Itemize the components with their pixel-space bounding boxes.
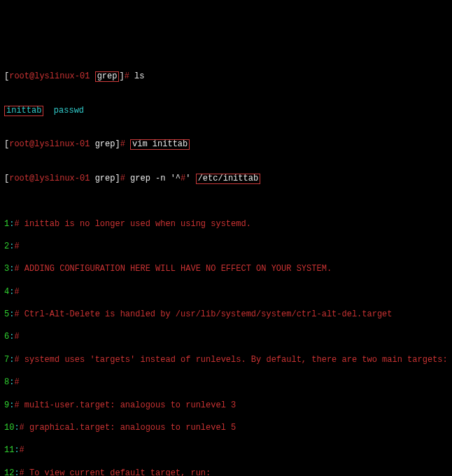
grep-line: 2:# (4, 241, 448, 252)
grep-line: 3:# ADDING CONFIGURATION HERE WILL HAVE … (4, 263, 448, 274)
path-etc-inittab: /etc/inittab (198, 174, 258, 183)
terminal-output: [root@lyslinux-01 grep]# ls inittab pass… (4, 48, 448, 476)
grep-line: 7:# systemd uses 'targets' instead of ru… (4, 354, 448, 365)
grep-line: 1:# inittab is no longer used when using… (4, 218, 448, 230)
prompt-ls: [root@lyslinux-01 grep]# ls (4, 71, 448, 82)
prompt-grep-etc: [root@lyslinux-01 grep]# grep -n '^#' /e… (4, 173, 448, 184)
cmd-ls: ls (134, 71, 144, 81)
grep-line: 12:# To view current default target, run… (4, 468, 448, 476)
cmd-vim: vim inittab (132, 139, 188, 149)
grep-line: 9:# multi-user.target: analogous to runl… (4, 400, 448, 411)
prompt-vim: [root@lyslinux-01 grep]# vim inittab (4, 139, 448, 150)
grep-line: 8:# (4, 377, 448, 388)
grep-line: 11:# (4, 444, 448, 456)
ls-output: inittab passwd (4, 105, 448, 116)
grep-line: 6:# (4, 331, 448, 342)
grep-line: 10:# graphical.target: analogous to runl… (4, 422, 448, 433)
grep-line: 4:# (4, 286, 448, 298)
grep-line: 5:# Ctrl-Alt-Delete is handled by /usr/l… (4, 309, 448, 320)
